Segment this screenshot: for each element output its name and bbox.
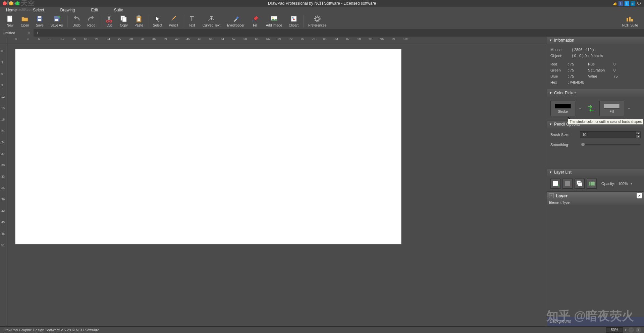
- canvas[interactable]: [15, 49, 401, 244]
- hue-value: : 0: [611, 62, 615, 68]
- expand-icon[interactable]: −: [549, 193, 554, 198]
- watermark: Mac天空www.mac69.com: [7, 0, 35, 11]
- clipart-button[interactable]: Clipart: [285, 13, 302, 29]
- svg-rect-3: [38, 19, 41, 21]
- undo-icon: [72, 15, 80, 23]
- duplicate-layer-button[interactable]: [575, 179, 585, 189]
- text-tool[interactable]: TText: [184, 13, 199, 29]
- hue-label: Hue: [588, 62, 611, 68]
- mouse-value: ( 2896 , 410 ): [568, 48, 594, 52]
- layer-header[interactable]: − Layer ✓: [547, 192, 644, 200]
- swap-colors-button[interactable]: [585, 101, 597, 116]
- tab-bar: Untitled × +: [0, 29, 644, 37]
- saveas-button[interactable]: Save As: [47, 13, 66, 29]
- svg-rect-22: [627, 18, 628, 21]
- saveas-icon: [53, 15, 61, 23]
- thumbsup-icon[interactable]: 👍: [612, 1, 617, 6]
- color-picker-header[interactable]: ▼Color Picker: [547, 89, 644, 97]
- green-label: Green: [550, 68, 568, 74]
- redo-button[interactable]: Redo: [84, 13, 99, 29]
- zoom-out-button[interactable]: −: [629, 327, 634, 333]
- svg-rect-0: [7, 16, 12, 22]
- ruler-corner: [0, 37, 7, 44]
- layer-visibility-checkbox[interactable]: ✓: [637, 193, 642, 198]
- brush-size-stepper[interactable]: ▴▾: [636, 131, 641, 138]
- image-icon: [270, 15, 278, 23]
- preferences-button[interactable]: Preferences: [305, 13, 330, 29]
- menu-suite[interactable]: Suite: [108, 8, 133, 12]
- merge-layer-button[interactable]: [587, 179, 597, 189]
- smoothing-slider[interactable]: [581, 144, 641, 145]
- layer-panel: − Layer ✓ Element Type Background: [547, 192, 644, 326]
- svg-rect-32: [591, 182, 595, 186]
- sat-label: Saturation: [588, 68, 611, 74]
- toolbar: New Open Save Save As Undo Redo Cut Copy…: [0, 13, 644, 29]
- cut-button[interactable]: Cut: [102, 13, 116, 29]
- addimage-button[interactable]: Add Image: [263, 13, 285, 29]
- svg-point-7: [110, 20, 112, 22]
- twitter-icon[interactable]: t: [625, 1, 629, 6]
- new-tab-button[interactable]: +: [34, 30, 42, 36]
- svg-text:T: T: [210, 15, 213, 21]
- stroke-color-button[interactable]: Stroke: [550, 101, 575, 116]
- zoom-dropdown-icon[interactable]: ▾: [625, 328, 627, 332]
- svg-rect-23: [629, 17, 631, 21]
- brush-size-input[interactable]: [580, 131, 636, 138]
- tooltip: The stroke color, or outline color of ba…: [568, 119, 643, 125]
- information-header[interactable]: ▼Information: [547, 37, 644, 44]
- info-icon[interactable]: ⓘ: [637, 1, 641, 6]
- copy-button[interactable]: Copy: [116, 13, 131, 29]
- hex-value: : #4b4b4b: [568, 80, 584, 86]
- stroke-dropdown[interactable]: ▾: [578, 101, 582, 116]
- paste-button[interactable]: Paste: [131, 13, 147, 29]
- fill-dropdown[interactable]: ▾: [627, 101, 631, 116]
- undo-button[interactable]: Undo: [69, 13, 84, 29]
- facebook-icon[interactable]: f: [619, 1, 623, 6]
- save-icon: [36, 15, 44, 23]
- layer-list-header[interactable]: ▼Layer List: [547, 169, 644, 176]
- close-tab-icon[interactable]: ×: [27, 31, 31, 35]
- paste-icon: [135, 15, 143, 23]
- svg-text:−: −: [570, 183, 571, 187]
- add-layer-button[interactable]: +: [550, 179, 560, 189]
- menu-drawing[interactable]: Drawing: [54, 8, 85, 12]
- fill-tool[interactable]: Fill: [248, 13, 263, 29]
- color-picker-panel: ▼Color Picker Stroke ▾ Fill ▾: [547, 89, 644, 121]
- clipart-icon: [290, 15, 298, 23]
- nchsuite-button[interactable]: NCH Suite: [619, 13, 641, 29]
- text-icon: T: [188, 15, 196, 23]
- menubar: Home Select Drawing Edit Suite: [0, 7, 644, 13]
- status-text: DrawPad Graphic Design Software v 5.29 ©…: [3, 328, 99, 332]
- new-button[interactable]: New: [3, 13, 17, 29]
- curvedtext-tool[interactable]: TCurved Text: [199, 13, 224, 29]
- zoom-value[interactable]: 50%: [606, 327, 623, 333]
- svg-point-19: [292, 17, 293, 18]
- copy-icon: [120, 15, 128, 23]
- delete-layer-button[interactable]: −: [562, 179, 573, 189]
- svg-rect-5: [55, 19, 58, 21]
- canvas-viewport[interactable]: [7, 44, 547, 326]
- fill-color-button[interactable]: Fill: [599, 101, 624, 116]
- zoom-in-button[interactable]: +: [636, 327, 641, 333]
- fill-swatch: [604, 104, 620, 108]
- select-tool[interactable]: Select: [150, 13, 166, 29]
- statusbar: DrawPad Graphic Design Software v 5.29 ©…: [0, 326, 644, 333]
- menu-edit[interactable]: Edit: [85, 8, 108, 12]
- open-button[interactable]: Open: [17, 13, 32, 29]
- opacity-dropdown[interactable]: ▾: [631, 182, 632, 185]
- pencil-tool[interactable]: Pencil: [166, 13, 181, 29]
- svg-point-20: [316, 17, 319, 20]
- collapse-icon: ▼: [549, 91, 552, 95]
- curvedtext-icon: T: [207, 15, 215, 23]
- svg-text:+: +: [557, 183, 559, 187]
- eyedropper-tool[interactable]: Eyedropper: [224, 13, 248, 29]
- redo-icon: [87, 15, 95, 23]
- save-button[interactable]: Save: [32, 13, 47, 29]
- side-panel: ▼Information Mouse:( 2896 , 410 ) Object…: [547, 37, 644, 326]
- close-window[interactable]: [3, 1, 7, 5]
- object-label: Object:: [550, 54, 568, 58]
- document-tab[interactable]: Untitled ×: [0, 29, 34, 37]
- val-value: : 75: [611, 74, 618, 80]
- red-value: : 75: [568, 62, 588, 68]
- linkedin-icon[interactable]: in: [631, 1, 635, 6]
